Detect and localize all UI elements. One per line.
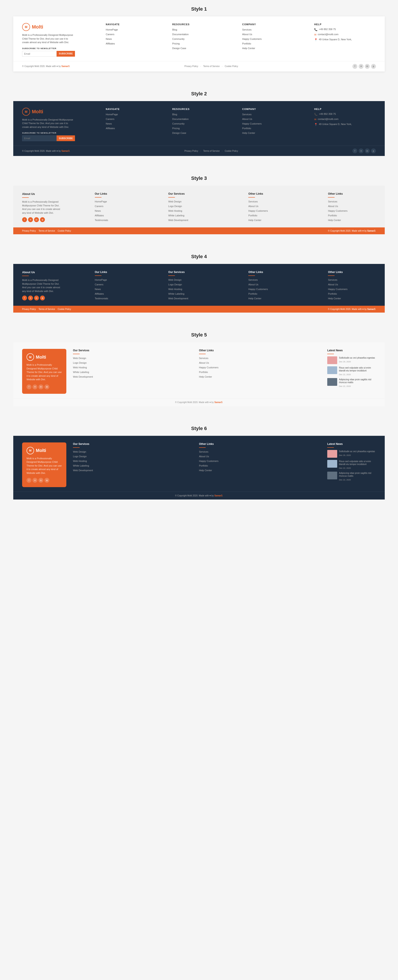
nav2-news[interactable]: News — [106, 123, 112, 125]
ol5-happycustomers[interactable]: Happy Customers — [199, 366, 219, 369]
ol3-homepage[interactable]: HomePage — [95, 200, 107, 203]
res-designcase[interactable]: Design Case — [172, 47, 186, 49]
co2-happycustomers[interactable]: Happy Customers — [242, 123, 262, 125]
terms-link[interactable]: Terms of Service — [203, 65, 220, 67]
olb3-aboutus[interactable]: About Us — [328, 205, 338, 207]
ig6-icon[interactable]: in — [38, 478, 43, 483]
co2-portfolio[interactable]: Portfolio — [242, 127, 251, 130]
olb4-portfolio[interactable]: Portfolio — [328, 293, 337, 295]
ola4-portfolio[interactable]: Portfolio — [248, 293, 257, 295]
ola4-helpcenter[interactable]: Help Center — [248, 297, 262, 300]
terms2-link[interactable]: Terms of Service — [203, 150, 220, 152]
co2-aboutus[interactable]: About Us — [242, 118, 252, 120]
email-input[interactable] — [22, 51, 57, 57]
ola3-helpcenter[interactable]: Help Center — [248, 219, 262, 221]
os4-logodesign[interactable]: Logo Design — [168, 283, 182, 286]
instagram-icon[interactable]: in — [365, 64, 370, 69]
cookie4-link[interactable]: Cookie Policy — [58, 308, 71, 310]
s5-logodesign[interactable]: Logo Design — [73, 361, 87, 364]
fb4-icon[interactable]: f — [22, 296, 27, 301]
co-happycustomers[interactable]: Happy Customers — [242, 38, 262, 40]
ola4-happycustomers[interactable]: Happy Customers — [248, 288, 268, 290]
terms3-link[interactable]: Terms of Service — [38, 230, 55, 232]
co2-services[interactable]: Services — [242, 113, 251, 116]
ola3-happycustomers[interactable]: Happy Customers — [248, 210, 268, 212]
ol4-careers[interactable]: Careers — [95, 283, 103, 286]
subscribe-button[interactable]: SUBSCRIBE — [57, 51, 75, 57]
pt5-icon[interactable]: ⊕ — [44, 385, 49, 389]
s5-webhosting[interactable]: Web Hosting — [73, 366, 87, 369]
ol5-aboutus[interactable]: About Us — [199, 361, 209, 364]
co2-helpcenter[interactable]: Help Center — [242, 132, 255, 134]
facebook2-icon[interactable]: f — [352, 148, 357, 153]
privacy-link[interactable]: Privacy Policy — [184, 65, 198, 67]
subscribe2-button[interactable]: SUBSCRIBE — [57, 135, 75, 141]
s5-webdev[interactable]: Web Development — [73, 375, 93, 378]
s6-webdev[interactable]: Web Development — [73, 469, 93, 472]
olb4-services[interactable]: Services — [328, 278, 337, 281]
pt6-icon[interactable]: ⊕ — [44, 478, 49, 483]
nav2-affiliates[interactable]: Affiliates — [106, 127, 115, 130]
ig5-icon[interactable]: in — [38, 385, 43, 389]
ol6-services[interactable]: Services — [199, 450, 208, 453]
ola4-services[interactable]: Services — [248, 278, 258, 281]
res-blog[interactable]: Blog — [172, 28, 177, 31]
ol4-affiliates[interactable]: Affiliates — [95, 293, 104, 295]
instagram2-icon[interactable]: in — [365, 148, 370, 153]
ola3-services[interactable]: Services — [248, 200, 258, 203]
nav-homepage[interactable]: HomePage — [106, 28, 118, 31]
os4-whitelabeling[interactable]: White Labeling — [168, 293, 184, 295]
twitter-icon[interactable]: ✕ — [358, 64, 363, 69]
terms4-link[interactable]: Terms of Service — [38, 308, 55, 310]
fb5-icon[interactable]: f — [27, 385, 32, 389]
res2-community[interactable]: Community — [172, 123, 185, 125]
pt4-icon[interactable]: ⊕ — [40, 296, 45, 301]
tw4-icon[interactable]: ✕ — [28, 296, 33, 301]
s6-webdesign[interactable]: Web Design — [73, 450, 86, 453]
co-services[interactable]: Services — [242, 28, 251, 31]
nav-news[interactable]: News — [106, 38, 112, 40]
facebook-icon[interactable]: f — [352, 64, 357, 69]
cookie2-link[interactable]: Cookie Policy — [225, 150, 238, 152]
ola4-aboutus[interactable]: About Us — [248, 283, 258, 286]
ol6-happycustomers[interactable]: Happy Customers — [199, 460, 219, 462]
co-aboutus[interactable]: About Us — [242, 33, 252, 36]
ol6-aboutus[interactable]: About Us — [199, 455, 209, 458]
tw3-icon[interactable]: ✕ — [28, 217, 33, 222]
res2-designcase[interactable]: Design Case — [172, 132, 186, 134]
res2-pricing[interactable]: Pricing — [172, 127, 180, 130]
nav2-careers[interactable]: Careers — [106, 118, 114, 120]
ola3-aboutus[interactable]: About Us — [248, 205, 258, 207]
os3-whitelabeling[interactable]: White Labeling — [168, 214, 184, 217]
os4-webhosting[interactable]: Web Hosting — [168, 288, 182, 290]
res-documentation[interactable]: Documentation — [172, 33, 189, 36]
fb3-icon[interactable]: f — [22, 217, 27, 222]
os3-webdesign[interactable]: Web Design — [168, 200, 182, 203]
privacy4-link[interactable]: Privacy Policy — [22, 308, 36, 310]
ol3-news[interactable]: News — [95, 210, 101, 212]
ol3-testimonials[interactable]: Testimonials — [95, 219, 108, 221]
ig3-icon[interactable]: in — [34, 217, 39, 222]
ol5-portfolio[interactable]: Portfolio — [199, 371, 208, 374]
pinterest2-icon[interactable]: p — [371, 148, 376, 153]
ol4-news[interactable]: News — [95, 288, 101, 290]
s5-webdesign[interactable]: Web Design — [73, 357, 86, 360]
tw5-icon[interactable]: ✕ — [33, 385, 37, 389]
s6-webhosting[interactable]: Web Hosting — [73, 460, 87, 462]
tw6-icon[interactable]: ✕ — [33, 478, 37, 483]
ol4-homepage[interactable]: HomePage — [95, 278, 107, 281]
privacy3-link[interactable]: Privacy Policy — [22, 230, 36, 232]
nav-careers[interactable]: Careers — [106, 33, 114, 36]
co-portfolio[interactable]: Portfolio — [242, 42, 251, 45]
email2-input[interactable] — [22, 135, 57, 141]
os3-webdev[interactable]: Web Development — [168, 219, 188, 221]
os4-webdev[interactable]: Web Development — [168, 297, 188, 300]
res-pricing[interactable]: Pricing — [172, 42, 180, 45]
ol5-services[interactable]: Services — [199, 357, 208, 360]
ol6-helpcenter[interactable]: Help Center — [199, 469, 212, 472]
res2-documentation[interactable]: Documentation — [172, 118, 189, 120]
os3-webhosting[interactable]: Web Hosting — [168, 210, 182, 212]
s6-logodesign[interactable]: Logo Design — [73, 455, 87, 458]
olb4-happycustomers[interactable]: Happy Customers — [328, 288, 347, 290]
ol3-careers[interactable]: Careers — [95, 205, 103, 207]
